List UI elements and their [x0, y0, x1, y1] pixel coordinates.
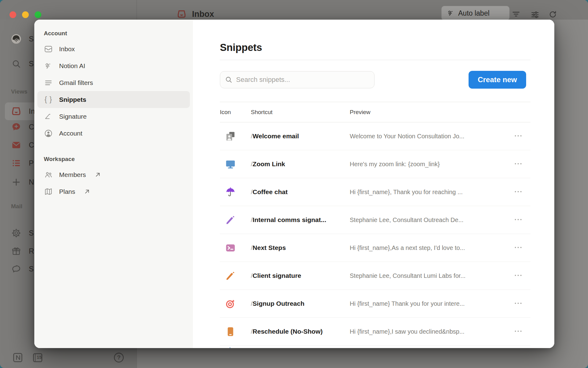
shortcut-name: Client signature: [253, 272, 301, 279]
target-icon: [225, 298, 236, 309]
sidebar-item-label: S: [29, 35, 34, 43]
help-dock-button: ?: [113, 351, 125, 364]
funnel-filter-icon: [511, 10, 521, 19]
more-menu-button[interactable]: [512, 243, 524, 252]
task-list-icon: [11, 158, 21, 168]
zoom-button[interactable]: [35, 11, 41, 18]
table-row[interactable]: / Zoom Link Here's my zoom link: {zoom_l…: [220, 150, 530, 178]
sidebar-item-s: S: [11, 263, 34, 275]
refresh-icon: [548, 10, 557, 19]
page-title: Snippets: [220, 42, 530, 53]
chat-icon: [11, 264, 21, 274]
sidebar-item-c: C: [11, 121, 34, 133]
settings-nav-inbox[interactable]: Inbox: [37, 40, 190, 57]
chat-add-icon: [11, 122, 21, 132]
pen-icon: [225, 214, 236, 226]
sidebar-item-label: C: [29, 123, 34, 131]
table-row[interactable]: / Client signature Stephanie Lee, Consul…: [220, 262, 530, 290]
sidebar-item-in: In: [11, 105, 35, 117]
auto-label-button: Auto label: [441, 6, 510, 21]
more-menu-button[interactable]: [512, 132, 524, 141]
snippet-preview: Hi {first_name},I saw you declined&nbsp.…: [350, 328, 512, 335]
table-row[interactable]: / Next Steps Hi {first_name},As a next s…: [220, 234, 530, 262]
sidebar-section-label: Mail: [11, 203, 22, 210]
shortcut-name: Coffee chat: [253, 188, 288, 196]
inbox-icon: [44, 44, 53, 54]
settings-nav-plans[interactable]: Plans: [37, 183, 190, 200]
snippet-preview: Here's my zoom link: {zoom_link}: [350, 161, 512, 168]
sidebar-item-r: R: [11, 245, 34, 257]
map-icon: [44, 187, 53, 196]
column-header-shortcut: Shortcut: [251, 109, 350, 116]
avatar-icon: [11, 34, 21, 44]
settings-nav-gmail-filters[interactable]: Gmail filters: [37, 74, 190, 91]
sliders-icon: [530, 10, 540, 19]
notion-ai-icon: [447, 9, 455, 17]
settings-modal: AccountInboxNotion AIGmail filters{ }Sni…: [34, 20, 554, 348]
settings-nav-label: Members: [59, 171, 86, 178]
settings-section-title: Account: [44, 30, 193, 37]
notion-logo-dock-button: [12, 351, 24, 364]
shortcut-name: Signup Outreach: [253, 300, 304, 307]
settings-section-title: Workspace: [44, 156, 193, 163]
terminal-icon: [225, 242, 236, 254]
sidebar-item-label: C: [29, 141, 34, 149]
sidebar-item-label: S: [29, 59, 34, 68]
minimize-button[interactable]: [22, 11, 29, 18]
sidebar-item-label: S: [29, 229, 34, 237]
settings-main: Snippets Create new Icon Shortcut Previe…: [193, 20, 554, 348]
more-menu-button[interactable]: [512, 215, 524, 224]
members-icon: [44, 170, 53, 179]
search-input[interactable]: [220, 71, 375, 88]
sidebar-section-label: Views: [11, 88, 28, 95]
envelope-icon: [11, 140, 21, 150]
external-arrow-icon: [94, 171, 102, 179]
column-header-icon: Icon: [220, 109, 251, 116]
inbox-icon: [177, 9, 187, 19]
contact-card-icon: [225, 131, 236, 142]
sidebar-item-label: R: [29, 247, 34, 255]
table-row[interactable]: / Reschedule (No-Show) Hi {first_name},I…: [220, 318, 530, 346]
sidebar-item-label: P: [29, 159, 34, 167]
settings-nav-label: Snippets: [59, 96, 86, 103]
umbrella-icon: [225, 186, 236, 198]
table-row[interactable]: / Internal comms signat... Stephanie Lee…: [220, 206, 530, 234]
settings-nav-label: Gmail filters: [59, 79, 93, 86]
shortcut-name: Next Steps: [253, 244, 286, 251]
settings-nav-label: Signature: [59, 113, 87, 120]
more-menu-button[interactable]: [512, 187, 524, 197]
settings-nav-snippets[interactable]: { }Snippets: [37, 91, 190, 108]
shortcut-name: Welcome email: [253, 132, 299, 140]
settings-nav-signature[interactable]: Signature: [37, 108, 190, 125]
screen: SSViewsInCCPNMailSRS Inbox Auto label 15…: [0, 0, 588, 368]
partial-next-row: [220, 346, 530, 348]
table-row[interactable]: / Welcome email Welcome to Your Notion C…: [220, 122, 530, 150]
shortcut-name: Zoom Link: [253, 160, 285, 168]
table-row[interactable]: / Coffee chat Hi {first_name}, Thank you…: [220, 178, 530, 206]
settings-nav-label: Account: [59, 130, 82, 137]
settings-nav-notion-ai[interactable]: Notion AI: [37, 57, 190, 74]
more-menu-button[interactable]: [512, 159, 524, 169]
snippet-preview: Hi {first_name},As a next step, I'd love…: [350, 244, 512, 251]
create-new-button[interactable]: Create new: [469, 71, 526, 89]
more-menu-button[interactable]: [512, 271, 524, 280]
snippet-preview: Hi {first_name}, Thank you for reaching …: [350, 189, 512, 196]
pen-icon: [225, 270, 236, 282]
snippet-preview: Welcome to Your Notion Consultation Jo..…: [350, 133, 512, 140]
external-arrow-icon: [83, 188, 91, 196]
more-menu-button[interactable]: [512, 299, 524, 308]
table-row[interactable]: / Signup Outreach Hi {first_name} Thank …: [220, 290, 530, 318]
close-button[interactable]: [9, 11, 16, 18]
more-menu-button[interactable]: [512, 327, 524, 336]
sidebar-item-s: S: [11, 58, 34, 70]
gear-icon: [11, 228, 21, 238]
shortcut-name: Reschedule (No-Show): [253, 328, 323, 335]
sidebar-item-label: N: [29, 178, 34, 186]
signature-icon: [44, 112, 53, 121]
settings-nav-members[interactable]: Members: [37, 166, 190, 183]
sidebar-item-s: S: [11, 33, 34, 45]
search-container: [220, 71, 375, 88]
settings-nav-account[interactable]: Account: [37, 125, 190, 142]
column-header-preview: Preview: [350, 109, 512, 116]
braces-icon: { }: [44, 95, 53, 104]
